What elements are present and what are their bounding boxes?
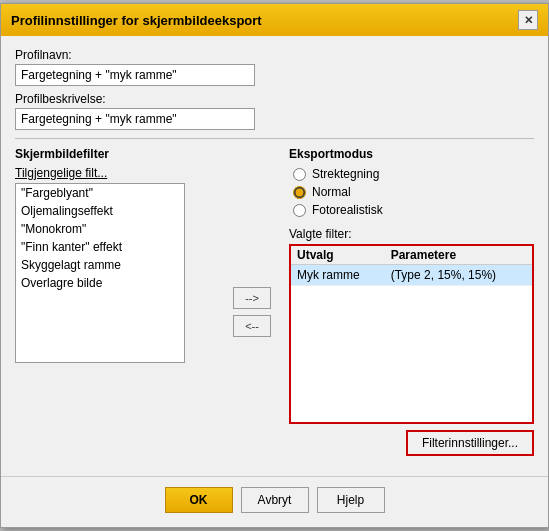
profile-description-input[interactable] [15,108,255,130]
col-header-parametere: Parametere [385,246,532,265]
ok-button[interactable]: OK [165,487,233,513]
cell-utvalg: Myk ramme [291,265,385,286]
profile-name-input[interactable] [15,64,255,86]
dialog-content: Profilnavn: Profilbeskrivelse: Skjermbil… [1,36,548,468]
cancel-button[interactable]: Avbryt [241,487,309,513]
available-filters-list[interactable]: "Fargeblyant" Oljemalingseffekt "Monokro… [15,183,185,363]
cell-parametere: (Type 2, 15%, 15%) [385,265,532,286]
filter-item-overlagre[interactable]: Overlagre bilde [16,274,184,292]
profile-name-label: Profilnavn: [15,48,534,62]
profile-name-row: Profilnavn: [15,48,534,86]
radio-row-normal: Normal [293,185,534,199]
radio-fotorealistisk[interactable] [293,204,306,217]
col-header-utvalg: Utvalg [291,246,385,265]
dialog-title: Profilinnstillinger for skjermbildeekspo… [11,13,262,28]
dialog-container: Profilinnstillinger for skjermbildeekspo… [0,3,549,528]
help-button[interactable]: Hjelp [317,487,385,513]
close-button[interactable]: ✕ [518,10,538,30]
available-filters-label[interactable]: Tilgjengelige filt... [15,166,185,180]
profile-description-row: Profilbeskrivelse: [15,92,534,130]
radio-label-fotorealistisk: Fotorealistisk [312,203,383,217]
table-row[interactable]: Myk ramme (Type 2, 15%, 15%) [291,265,532,286]
radio-row-fotorealistisk: Fotorealistisk [293,203,534,217]
selected-filters-table: Utvalg Parametere Myk ramme (Type 2, 15%… [291,246,532,286]
filter-item-skyggelagt-ramme[interactable]: Skyggelagt ramme [16,256,184,274]
divider [15,138,534,139]
available-filters-section: Tilgjengelige filt... "Fargeblyant" Olje… [15,166,185,363]
dialog-footer: OK Avbryt Hjelp [1,476,548,527]
radio-strektegning[interactable] [293,168,306,181]
screenshot-filter-title: Skjermbildefilter [15,147,215,161]
remove-filter-button[interactable]: <-- [233,315,271,337]
right-panel: Eksportmodus Strektegning Normal Foto [289,147,534,456]
arrow-buttons-panel: --> <-- [225,147,279,456]
selected-filters-section: Valgte filter: Utvalg Parametere [289,227,534,456]
left-panel: Skjermbildefilter Tilgjengelige filt... … [15,147,215,456]
filter-settings-btn-row: Filterinnstillinger... [289,430,534,456]
profile-description-label: Profilbeskrivelse: [15,92,534,106]
filter-item-fargeblyant[interactable]: "Fargeblyant" [16,184,184,202]
filter-item-monokrom[interactable]: "Monokrom" [16,220,184,238]
radio-normal[interactable] [293,186,306,199]
radio-row-strektegning: Strektegning [293,167,534,181]
add-filter-button[interactable]: --> [233,287,271,309]
filter-item-oljemalingseffekt[interactable]: Oljemalingseffekt [16,202,184,220]
filter-item-finn-kanter[interactable]: "Finn kanter" effekt [16,238,184,256]
selected-filters-table-wrapper: Utvalg Parametere Myk ramme (Type 2, 15%… [289,244,534,424]
export-mode-title: Eksportmodus [289,147,534,161]
filter-settings-button[interactable]: Filterinnstillinger... [406,430,534,456]
titlebar: Profilinnstillinger for skjermbildeekspo… [1,4,548,36]
selected-filters-label: Valgte filter: [289,227,534,241]
radio-label-normal: Normal [312,185,351,199]
export-mode-section: Eksportmodus Strektegning Normal Foto [289,147,534,217]
radio-label-strektegning: Strektegning [312,167,379,181]
export-mode-radio-group: Strektegning Normal Fotorealistisk [289,167,534,217]
